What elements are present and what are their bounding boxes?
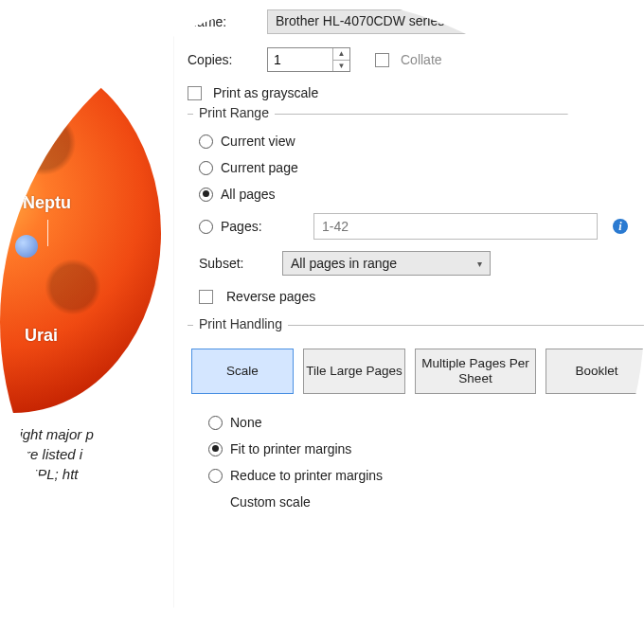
radio-scale-fit[interactable] — [208, 442, 223, 456]
print-range-group: Print Range Current view Current page Al… — [188, 114, 644, 315]
tab-tile[interactable]: Tile Large Pages — [303, 349, 405, 394]
spin-down-icon[interactable]: ▼ — [333, 61, 349, 72]
scale-fit-label: Fit to printer margins — [230, 441, 351, 456]
reverse-checkbox[interactable] — [199, 290, 213, 304]
current-page-label: Current page — [221, 160, 298, 175]
printer-select[interactable]: Brother HL-4070CDW series — [267, 9, 644, 34]
copies-input[interactable] — [268, 48, 332, 71]
tab-booklet[interactable]: Booklet — [546, 349, 644, 394]
spin-up-icon[interactable]: ▲ — [333, 48, 349, 61]
tab-scale[interactable]: Scale — [191, 349, 294, 394]
subset-value: All pages in range — [291, 256, 397, 271]
current-view-label: Current view — [221, 134, 295, 149]
pages-input[interactable] — [313, 213, 598, 240]
document-preview: Su y Venus Neptu s Earth Urai he eight m… — [0, 43, 170, 630]
planet-label-uranus: Urai — [25, 326, 58, 346]
section-marker: TS — [0, 522, 170, 536]
print-range-title: Print Range — [193, 105, 275, 120]
radio-scale-none[interactable] — [208, 416, 223, 430]
copies-label: Copies: — [188, 52, 261, 67]
name-label: Name: — [188, 14, 261, 29]
all-pages-label: All pages — [221, 187, 276, 202]
collate-checkbox[interactable] — [375, 53, 389, 67]
print-handling-title: Print Handling — [193, 316, 288, 331]
planet-dot — [15, 235, 38, 258]
caption: he eight major p ts are listed i SA/JPL;… — [0, 424, 170, 484]
reverse-label: Reverse pages — [226, 289, 315, 304]
planet-dot — [0, 233, 4, 259]
grayscale-checkbox[interactable] — [188, 86, 202, 100]
radio-scale-reduce[interactable] — [208, 469, 223, 483]
info-icon[interactable]: i — [613, 219, 628, 234]
sun-image: Su y Venus Neptu s Earth Urai — [0, 53, 161, 413]
print-handling-group: Print Handling Scale Tile Large Pages Mu… — [188, 325, 644, 528]
planet-label-neptune: Neptu — [23, 193, 71, 213]
planet-label-venus: Venus — [0, 193, 1, 213]
radio-pages[interactable] — [199, 220, 213, 234]
scale-reduce-label: Reduce to printer margins — [230, 468, 383, 483]
sun-label: Su — [1, 81, 27, 106]
radio-current-page[interactable] — [199, 161, 213, 175]
radio-current-view[interactable] — [199, 134, 213, 149]
scale-none-label: None — [230, 415, 261, 430]
grayscale-label: Print as grayscale — [213, 85, 318, 100]
radio-all-pages[interactable] — [199, 188, 213, 202]
copies-stepper[interactable]: ▲ ▼ — [267, 47, 350, 72]
tab-multiple[interactable]: Multiple Pages Per Sheet — [415, 349, 536, 394]
chevron-down-icon: ▾ — [477, 259, 482, 269]
scale-custom-label: Custom scale — [230, 494, 311, 510]
subset-select[interactable]: All pages in range ▾ — [282, 251, 491, 276]
pages-label: Pages: — [221, 219, 306, 234]
collate-label: Collate — [401, 52, 442, 67]
subset-label: Subset: — [199, 256, 263, 271]
print-dialog: Name: Brother HL-4070CDW series Copies: … — [173, 0, 644, 644]
